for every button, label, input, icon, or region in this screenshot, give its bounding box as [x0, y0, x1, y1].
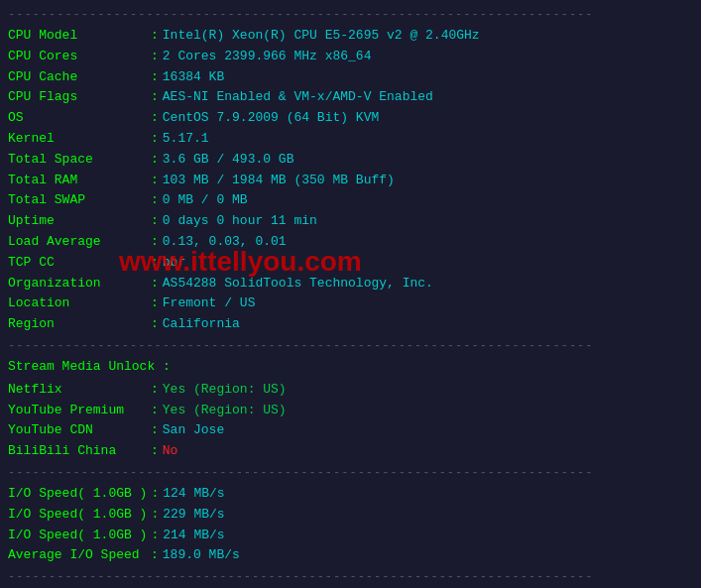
stream-row: YouTube Premium : Yes (Region: US) — [8, 401, 693, 421]
row-label: Total RAM — [8, 171, 147, 191]
row-value: CentOS 7.9.2009 (64 Bit) KVM — [163, 108, 379, 129]
row-value: No — [163, 441, 178, 462]
stream-row: YouTube CDN : San Jose — [8, 420, 693, 441]
top-divider: ----------------------------------------… — [8, 8, 693, 22]
row-label: CPU Model — [8, 26, 147, 47]
row-value: 0 days 0 hour 11 min — [163, 211, 317, 232]
watermark-text: www.ittellyou.com — [119, 246, 362, 277]
watermark-container: www.ittellyou.com — [119, 246, 362, 278]
io-row: Average I/O Speed : 189.0 MB/s — [8, 545, 693, 566]
system-row: Uptime : 0 days 0 hour 11 min — [8, 211, 693, 232]
row-value: AES-NI Enabled & VM-x/AMD-V Enabled — [163, 87, 433, 108]
mid-divider2: ----------------------------------------… — [8, 466, 693, 480]
system-row: Total SWAP : 0 MB / 0 MB — [8, 190, 693, 211]
row-label: YouTube CDN — [8, 420, 147, 441]
row-value: 229 MB/s — [163, 505, 224, 526]
io-row: I/O Speed( 1.0GB ) : 229 MB/s — [8, 505, 693, 526]
row-value: California — [163, 314, 240, 335]
row-label: I/O Speed( 1.0GB ) — [8, 505, 147, 526]
system-row: Location : Fremont / US — [8, 294, 693, 314]
row-label: I/O Speed( 1.0GB ) — [8, 484, 147, 505]
row-value: 5.17.1 — [163, 129, 209, 150]
io-row: I/O Speed( 1.0GB ) : 124 MB/s — [8, 484, 693, 505]
row-value: Intel(R) Xeon(R) CPU E5-2695 v2 @ 2.40GH… — [163, 26, 480, 47]
system-row: CPU Model : Intel(R) Xeon(R) CPU E5-2695… — [8, 26, 693, 47]
system-info-section: CPU Model : Intel(R) Xeon(R) CPU E5-2695… — [8, 26, 693, 335]
row-label: I/O Speed( 1.0GB ) — [8, 526, 147, 546]
row-label: OS — [8, 108, 147, 129]
row-value: San Jose — [163, 420, 224, 441]
io-section: I/O Speed( 1.0GB ) : 124 MB/s I/O Speed(… — [8, 484, 693, 566]
system-row: CPU Cache : 16384 KB — [8, 67, 693, 88]
row-value: Yes (Region: US) — [163, 401, 287, 421]
stream-row: BiliBili China : No — [8, 441, 693, 462]
system-row: OS : CentOS 7.9.2009 (64 Bit) KVM — [8, 108, 693, 129]
row-value: Yes (Region: US) — [163, 380, 287, 401]
mid-divider3: ----------------------------------------… — [8, 570, 693, 584]
system-row: Kernel : 5.17.1 — [8, 129, 693, 150]
row-value: 103 MB / 1984 MB (350 MB Buff) — [163, 171, 395, 191]
row-label: Netflix — [8, 380, 147, 401]
stream-title: Stream Media Unlock : — [8, 357, 693, 378]
stream-section: Stream Media Unlock : Netflix : Yes (Reg… — [8, 357, 693, 462]
row-label: YouTube Premium — [8, 401, 147, 421]
row-value: 3.6 GB / 493.0 GB — [163, 150, 294, 171]
system-row: Region : California — [8, 314, 693, 335]
row-label: Total SWAP — [8, 190, 147, 211]
row-label: BiliBili China — [8, 441, 147, 462]
row-label: CPU Cores — [8, 47, 147, 67]
system-row: CPU Cores : 2 Cores 2399.966 MHz x86_64 — [8, 47, 693, 67]
row-label: Region — [8, 314, 147, 335]
mid-divider1: ----------------------------------------… — [8, 339, 693, 353]
stream-row: Netflix : Yes (Region: US) — [8, 380, 693, 401]
row-label: CPU Flags — [8, 87, 147, 108]
row-label: Average I/O Speed — [8, 545, 147, 566]
row-value: 16384 KB — [163, 67, 224, 88]
row-value: 2 Cores 2399.966 MHz x86_64 — [163, 47, 372, 67]
row-value: Fremont / US — [163, 294, 256, 314]
system-row: Total Space : 3.6 GB / 493.0 GB — [8, 150, 693, 171]
row-value: 189.0 MB/s — [163, 545, 240, 566]
row-value: 124 MB/s — [163, 484, 224, 505]
row-value: 0 MB / 0 MB — [163, 190, 248, 211]
row-label: CPU Cache — [8, 67, 147, 88]
system-row: CPU Flags : AES-NI Enabled & VM-x/AMD-V … — [8, 87, 693, 108]
io-row: I/O Speed( 1.0GB ) : 214 MB/s — [8, 526, 693, 546]
row-label: Location — [8, 294, 147, 314]
row-label: Total Space — [8, 150, 147, 171]
row-value: 214 MB/s — [163, 526, 224, 546]
row-label: Uptime — [8, 211, 147, 232]
system-row: Total RAM : 103 MB / 1984 MB (350 MB Buf… — [8, 171, 693, 191]
row-label: Kernel — [8, 129, 147, 150]
